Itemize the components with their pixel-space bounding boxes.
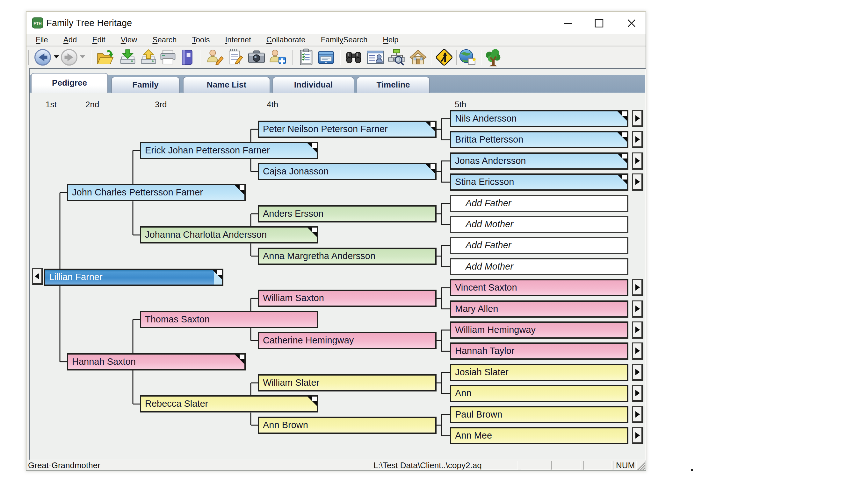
- menu-item-tools[interactable]: Tools: [188, 35, 214, 44]
- menu-item-collaborate[interactable]: Collaborate: [263, 35, 309, 44]
- dogear-page-icon: [240, 355, 244, 359]
- menu-item-add[interactable]: Add: [60, 35, 81, 44]
- person-box-williamh[interactable]: William Hemingway: [450, 321, 628, 339]
- globe-page-icon[interactable]: [458, 48, 477, 66]
- expand-ancestors-button-williamh[interactable]: [632, 321, 643, 339]
- menu-item-internet[interactable]: Internet: [221, 35, 255, 44]
- right-arrow-icon: [635, 347, 640, 354]
- person-box-thomas[interactable]: Thomas Saxton: [140, 311, 318, 328]
- camera-icon[interactable]: [247, 48, 266, 66]
- expand-ancestors-button-ann[interactable]: [632, 385, 643, 402]
- add-parent-box-addm1[interactable]: Add Mother: [450, 216, 628, 233]
- person-box-williams[interactable]: William Saxton: [258, 290, 437, 307]
- menu-item-help[interactable]: Help: [379, 35, 402, 44]
- person-box-anna[interactable]: Anna Margretha Andersson: [258, 248, 437, 265]
- forward-icon[interactable]: [60, 48, 78, 66]
- person-box-annbrown[interactable]: Ann Brown: [258, 416, 437, 434]
- expand-ancestors-button-vincent[interactable]: [632, 279, 643, 296]
- menu-item-view[interactable]: View: [117, 35, 141, 44]
- expand-ancestors-button-hannaht[interactable]: [632, 342, 643, 360]
- person-name: Jonas Andersson: [455, 154, 526, 168]
- print-icon[interactable]: [159, 48, 177, 66]
- orgchart-search-icon[interactable]: [387, 48, 406, 66]
- person-box-catherine[interactable]: Catherine Hemingway: [258, 332, 437, 349]
- open-file-icon[interactable]: [96, 48, 115, 66]
- navigate-back-button[interactable]: [32, 268, 43, 285]
- expand-ancestors-button-mary[interactable]: [632, 300, 643, 318]
- expand-ancestors-button-stina[interactable]: [632, 173, 643, 191]
- home-icon[interactable]: [409, 48, 427, 66]
- person-box-lillian[interactable]: Lillian Farner: [44, 269, 223, 286]
- toolbar-separator: [456, 50, 457, 65]
- expand-ancestors-button-jonas[interactable]: [632, 152, 643, 170]
- pedigree-canvas: PedigreeFamilyName ListIndividualTimelin…: [29, 69, 645, 459]
- edit-person-icon[interactable]: [205, 48, 224, 66]
- cursor-dot: [691, 469, 693, 471]
- person-box-john[interactable]: John Charles Pettersson Farner: [67, 184, 246, 201]
- person-box-rebecca[interactable]: Rebecca Slater: [140, 395, 318, 412]
- person-name: William Slater: [263, 376, 319, 390]
- dogear-page-icon: [622, 154, 627, 158]
- tree-icon[interactable]: [484, 48, 503, 66]
- person-box-anders[interactable]: Anders Ersson: [258, 205, 437, 222]
- expand-ancestors-button-paul[interactable]: [632, 406, 643, 423]
- book-icon[interactable]: [178, 48, 196, 66]
- binoculars-icon[interactable]: [344, 48, 363, 66]
- add-parent-box-addf1[interactable]: Add Father: [450, 195, 628, 212]
- person-box-vincent[interactable]: Vincent Saxton: [450, 279, 628, 296]
- person-box-peter[interactable]: Peter Neilson Peterson Farner: [258, 121, 437, 138]
- cardfile-icon[interactable]: [317, 48, 335, 66]
- person-box-annmee[interactable]: Ann Mee: [450, 427, 628, 444]
- person-box-ann[interactable]: Ann: [450, 385, 628, 402]
- person-name: Cajsa Jonasson: [263, 164, 328, 178]
- person-box-johanna[interactable]: Johanna Charlotta Andersson: [140, 226, 318, 243]
- menu-item-familysearch[interactable]: FamilySearch: [317, 35, 371, 44]
- person-box-stina[interactable]: Stina Ericsson: [450, 173, 628, 191]
- list-person-icon[interactable]: [366, 48, 385, 66]
- person-name: Ann: [455, 386, 471, 400]
- person-box-hannaht[interactable]: Hannah Taylor: [450, 342, 628, 360]
- title-bar[interactable]: FTH Family Tree Heritage: [26, 12, 646, 34]
- num-lock-indicator: NUM: [613, 461, 637, 470]
- person-box-britta[interactable]: Britta Pettersson: [450, 131, 628, 148]
- expand-ancestors-button-josiah[interactable]: [632, 364, 643, 381]
- clipboard-icon[interactable]: [297, 48, 316, 66]
- expand-ancestors-button-britta[interactable]: [632, 131, 643, 148]
- export-icon[interactable]: [139, 48, 158, 66]
- person-name: Erick Johan Pettersson Farner: [145, 143, 270, 157]
- menu-item-file[interactable]: File: [32, 35, 52, 44]
- person-box-williamsl[interactable]: William Slater: [258, 374, 437, 391]
- person-name: Stina Ericsson: [455, 175, 514, 189]
- person-box-josiah[interactable]: Josiah Slater: [450, 364, 628, 381]
- person-name: Add Mother: [466, 259, 513, 274]
- person-box-nils[interactable]: Nils Andersson: [450, 110, 628, 127]
- person-box-paul[interactable]: Paul Brown: [450, 406, 628, 423]
- close-button[interactable]: [621, 12, 642, 34]
- import-icon[interactable]: [119, 48, 137, 66]
- menu-item-edit[interactable]: Edit: [88, 35, 109, 44]
- forward-dropdown-icon[interactable]: [79, 48, 86, 66]
- add-parent-box-addm2[interactable]: Add Mother: [450, 258, 628, 275]
- back-dropdown-icon[interactable]: [53, 48, 60, 66]
- tab-pedigree[interactable]: Pedigree: [31, 73, 108, 93]
- expand-ancestors-button-annmee[interactable]: [632, 427, 643, 444]
- resize-grip-icon[interactable]: [636, 460, 645, 470]
- menu-item-search[interactable]: Search: [148, 35, 180, 44]
- add-parent-box-addf2[interactable]: Add Father: [450, 237, 628, 254]
- dogear-page-icon: [217, 270, 222, 275]
- person-box-jonas[interactable]: Jonas Andersson: [450, 152, 628, 170]
- maximize-button[interactable]: [589, 12, 609, 34]
- person-box-cajsa[interactable]: Cajsa Jonasson: [258, 163, 437, 180]
- person-name: Rebecca Slater: [145, 396, 208, 411]
- person-name: Mary Allen: [455, 302, 498, 316]
- person-box-hannah[interactable]: Hannah Saxton: [67, 353, 246, 370]
- back-icon[interactable]: [34, 48, 52, 66]
- notes-icon[interactable]: [226, 48, 245, 66]
- person-box-erick[interactable]: Erick Johan Pettersson Farner: [140, 142, 318, 159]
- merge-sign-icon[interactable]: [435, 48, 453, 66]
- expand-ancestors-button-nils[interactable]: [632, 110, 643, 127]
- person-name: Hannah Saxton: [72, 355, 136, 369]
- minimize-button[interactable]: [558, 12, 578, 34]
- add-person-icon[interactable]: [268, 48, 287, 66]
- person-box-mary[interactable]: Mary Allen: [450, 300, 628, 318]
